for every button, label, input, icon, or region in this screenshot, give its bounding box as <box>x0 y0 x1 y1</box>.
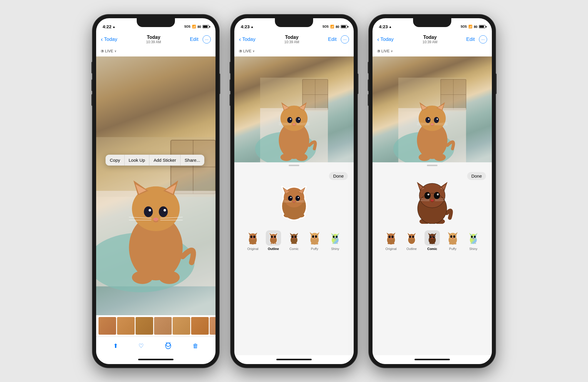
svg-point-159 <box>431 199 434 201</box>
svg-point-24 <box>166 343 170 346</box>
svg-point-91 <box>274 236 276 238</box>
more-button-2[interactable]: ··· <box>341 35 349 44</box>
svg-point-101 <box>292 236 293 238</box>
svg-point-65 <box>298 197 299 198</box>
home-bar-2 <box>276 359 312 360</box>
svg-point-139 <box>434 117 439 123</box>
live-label-1: LIVE <box>105 49 113 53</box>
svg-point-102 <box>295 236 296 238</box>
svg-line-106 <box>290 236 291 236</box>
outline-cat-icon-3 <box>405 231 418 245</box>
thumb-4[interactable] <box>154 317 172 335</box>
nav-actions-2: Edit ··· <box>328 35 349 44</box>
sticker-comic-2[interactable]: Comic <box>286 230 302 251</box>
svg-point-80 <box>249 243 252 244</box>
cat-svg-1 <box>96 108 216 315</box>
nav-subtitle-1: 10:39 AM <box>146 40 161 44</box>
sticker-panel-3: Done <box>372 162 492 355</box>
photo-area-1: Copy Look Up Add Sticker Share... <box>96 56 216 315</box>
svg-point-217 <box>475 243 476 244</box>
back-button-3[interactable]: ‹ Today <box>377 36 394 43</box>
nav-title-2: Today <box>284 35 299 40</box>
sticker-puffy-thumb-3 <box>445 230 460 246</box>
sticker-outline-thumb-2 <box>266 230 281 246</box>
thumb-5[interactable] <box>173 317 190 335</box>
sticker-puffy-3[interactable]: Puffy <box>445 230 460 251</box>
cat-toolbar-icon-1 <box>164 341 172 349</box>
thumb-7[interactable] <box>210 317 216 335</box>
sticker-button-1[interactable] <box>164 341 172 351</box>
heart-button-1[interactable]: ♡ <box>138 342 144 349</box>
live-badge-1[interactable]: LIVE ∨ <box>101 49 116 53</box>
sticker-shiny-3[interactable]: Shiny <box>466 230 481 251</box>
svg-point-113 <box>315 235 317 238</box>
svg-point-121 <box>333 236 335 238</box>
context-lookup[interactable]: Look Up <box>125 155 150 166</box>
status-time-2: 4:23 ▲ <box>241 24 254 29</box>
svg-point-140 <box>428 118 430 120</box>
thumb-6[interactable] <box>191 317 209 335</box>
context-share[interactable]: Share... <box>181 155 204 166</box>
sticker-outline-2[interactable]: Outline <box>266 230 281 251</box>
back-button-1[interactable]: ‹ Today <box>101 36 117 43</box>
svg-point-185 <box>409 236 411 238</box>
sticker-shiny-2[interactable]: Shiny <box>328 230 343 251</box>
context-copy[interactable]: Copy <box>106 155 124 166</box>
sticker-original-3[interactable]: Original <box>383 230 399 251</box>
sticker-comic-3[interactable]: Comic <box>425 230 440 251</box>
context-addsticker[interactable]: Add Sticker <box>149 155 181 166</box>
nav-actions-3: Edit ··· <box>466 35 487 44</box>
thumb-2[interactable] <box>117 317 135 335</box>
live-chevron-2: ∨ <box>253 49 255 53</box>
live-badge-2[interactable]: LIVE ∨ <box>239 49 255 53</box>
back-arrow-1: ‹ <box>101 36 103 43</box>
status-time-3: 4:23 ▲ <box>379 24 392 29</box>
share-button-1[interactable]: ⬆ <box>113 342 118 349</box>
back-button-2[interactable]: ‹ Today <box>239 36 255 43</box>
sticker-original-2[interactable]: Original <box>245 230 260 251</box>
thumbnail-strip-1 <box>96 315 216 336</box>
svg-point-124 <box>332 243 334 244</box>
svg-point-68 <box>297 213 304 217</box>
svg-point-67 <box>284 213 291 217</box>
more-dots-2: ··· <box>343 37 347 42</box>
battery-icon-1 <box>203 25 209 28</box>
phone-3: 4:23 ▲ SOS 📶 80 ‹ Today Today 10:39 AM E… <box>369 15 495 368</box>
nav-actions-1: Edit ··· <box>190 35 211 44</box>
svg-point-114 <box>314 238 315 239</box>
svg-point-172 <box>389 236 391 238</box>
svg-point-176 <box>392 243 394 244</box>
svg-point-122 <box>336 236 338 238</box>
notch-2 <box>275 18 313 27</box>
edit-button-3[interactable]: Edit <box>466 36 475 42</box>
svg-point-216 <box>470 243 472 244</box>
phone-screen-3: 4:23 ▲ SOS 📶 80 ‹ Today Today 10:39 AM E… <box>372 18 492 364</box>
thumb-1[interactable] <box>98 317 116 335</box>
thumb-3[interactable] <box>136 317 153 335</box>
svg-point-14 <box>149 209 151 211</box>
battery-label-3: 80 <box>474 25 477 29</box>
svg-point-103 <box>293 238 295 239</box>
svg-point-64 <box>290 197 291 198</box>
svg-point-213 <box>471 236 473 238</box>
svg-point-195 <box>432 238 433 239</box>
more-button-1[interactable]: ··· <box>203 35 211 44</box>
live-label-2: LIVE <box>243 49 251 53</box>
back-label-2: Today <box>242 36 255 42</box>
bottom-toolbar-1: ⬆ ♡ 🗑 <box>96 336 216 355</box>
edit-button-2[interactable]: Edit <box>328 36 337 42</box>
live-badge-3[interactable]: LIVE ∨ <box>377 49 393 53</box>
svg-point-22 <box>159 271 180 284</box>
sticker-options-2: Original <box>234 227 354 253</box>
photo-area-3 <box>372 56 492 162</box>
live-dot-2 <box>239 50 242 53</box>
sticker-puffy-2[interactable]: Puffy <box>307 230 322 251</box>
phone-2: 4:23 ▲ SOS 📶 80 ‹ Today Today 10:39 AM E… <box>231 15 357 368</box>
edit-button-1[interactable]: Edit <box>190 36 198 42</box>
delete-button-1[interactable]: 🗑 <box>193 343 198 349</box>
more-button-3[interactable]: ··· <box>479 35 487 44</box>
sticker-outline-3[interactable]: Outline <box>404 230 419 251</box>
svg-marker-26 <box>169 342 171 343</box>
original-cat-icon-3 <box>385 231 397 245</box>
sticker-shiny-thumb-3 <box>466 230 481 246</box>
